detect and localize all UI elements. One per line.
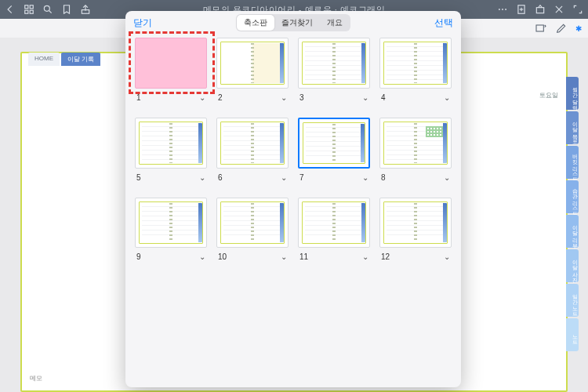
saturday-label: 토요일 bbox=[539, 91, 558, 100]
grid-icon[interactable] bbox=[24, 4, 34, 15]
planner-tab-home[interactable]: HOME bbox=[28, 53, 60, 66]
svg-point-8 bbox=[502, 9, 503, 10]
svg-rect-16 bbox=[536, 25, 543, 31]
chevron-down-icon[interactable]: ⌄ bbox=[362, 252, 368, 261]
page-thumbnail-11[interactable] bbox=[298, 198, 370, 249]
chevron-down-icon[interactable]: ⌄ bbox=[281, 252, 287, 261]
memo-label: 메모 bbox=[30, 374, 42, 383]
thumbnail-cell: 10⌄ bbox=[216, 198, 289, 273]
chevron-down-icon[interactable]: ⌄ bbox=[444, 173, 450, 182]
planner-side-tabs: 월간 달력 이달 목표 버킷 리스트 습관 리스트 이달 리뷰 이달 사진 일간… bbox=[566, 77, 579, 351]
svg-rect-13 bbox=[536, 8, 543, 13]
page-number: 10 bbox=[218, 252, 227, 261]
chevron-down-icon[interactable]: ⌄ bbox=[281, 93, 287, 102]
page-number: 7 bbox=[299, 173, 304, 182]
view-segmented-control: 축소판 즐겨찾기 개요 bbox=[236, 14, 350, 31]
new-page-icon[interactable] bbox=[516, 4, 527, 15]
side-tab-3[interactable]: 습관 리스트 bbox=[566, 180, 579, 213]
thumbnail-cell: 4⌄ bbox=[379, 38, 452, 113]
thumbnail-cell: 2⌄ bbox=[216, 38, 289, 113]
svg-rect-2 bbox=[25, 10, 28, 13]
thumbnail-cell: 11⌄ bbox=[298, 198, 370, 273]
page-thumbnail-10[interactable] bbox=[216, 198, 289, 249]
close-button[interactable]: 닫기 bbox=[133, 16, 152, 30]
side-tab-1[interactable]: 이달 목표 bbox=[566, 111, 579, 144]
chevron-down-icon[interactable]: ⌄ bbox=[199, 252, 205, 261]
page-number: 2 bbox=[218, 93, 223, 102]
side-tab-7[interactable]: 노트 bbox=[566, 318, 579, 351]
segment-favorites[interactable]: 즐겨찾기 bbox=[274, 15, 320, 31]
page-number: 11 bbox=[299, 252, 308, 261]
segment-outline[interactable]: 개요 bbox=[320, 15, 350, 31]
page-number: 3 bbox=[299, 93, 304, 102]
page-thumbnail-2[interactable] bbox=[216, 38, 289, 89]
svg-rect-1 bbox=[30, 5, 33, 9]
side-tab-4[interactable]: 이달 리뷰 bbox=[566, 215, 579, 248]
thumbnail-grid: 1⌄ 2⌄ 3⌄ 4⌄ bbox=[135, 38, 452, 272]
side-tab-6[interactable]: 일간 노트 bbox=[566, 284, 579, 317]
bookmark-icon[interactable] bbox=[61, 4, 72, 15]
planner-tab-month[interactable]: 이달 기록 bbox=[61, 53, 100, 66]
svg-rect-0 bbox=[25, 5, 28, 9]
panel-header: 닫기 축소판 즐겨찾기 개요 선택 bbox=[125, 11, 461, 34]
thumbnail-cell: 6⌄ bbox=[216, 118, 289, 193]
chevron-down-icon[interactable]: ⌄ bbox=[444, 252, 450, 261]
back-icon[interactable] bbox=[5, 4, 16, 15]
page-thumbnail-12[interactable] bbox=[379, 198, 452, 249]
thumbnails-panel: 닫기 축소판 즐겨찾기 개요 선택 1⌄ 2⌄ bbox=[125, 11, 461, 387]
page-thumbnail-8[interactable] bbox=[379, 118, 452, 169]
page-thumbnail-3[interactable] bbox=[298, 38, 370, 89]
thumbnail-cell: 1⌄ bbox=[135, 38, 207, 113]
share-icon[interactable] bbox=[80, 4, 91, 15]
svg-point-7 bbox=[499, 9, 500, 10]
page-number: 5 bbox=[136, 173, 141, 182]
page-thumbnail-1[interactable] bbox=[135, 38, 207, 89]
side-tab-2[interactable]: 버킷 리스트 bbox=[566, 146, 579, 179]
expand-icon[interactable] bbox=[572, 4, 583, 15]
page-number: 12 bbox=[381, 252, 390, 261]
thumbnail-cell: 7⌄ bbox=[298, 118, 370, 193]
page-thumbnail-7[interactable] bbox=[298, 118, 370, 169]
chevron-down-icon[interactable]: ⌄ bbox=[199, 173, 205, 182]
chevron-down-icon[interactable]: ⌄ bbox=[362, 173, 368, 182]
chevron-down-icon[interactable]: ⌄ bbox=[444, 93, 450, 102]
pen-icon[interactable] bbox=[555, 22, 568, 34]
export-icon[interactable] bbox=[535, 4, 546, 15]
thumbnail-cell: 5⌄ bbox=[135, 118, 207, 193]
thumbnail-cell: 12⌄ bbox=[379, 198, 452, 273]
thumbnail-cell: 9⌄ bbox=[135, 198, 207, 273]
planner-top-tabs: HOME 이달 기록 bbox=[28, 53, 100, 66]
chevron-down-icon[interactable]: ⌄ bbox=[281, 173, 287, 182]
rename-icon[interactable] bbox=[535, 22, 547, 34]
search-icon[interactable] bbox=[42, 4, 53, 15]
chevron-down-icon[interactable]: ⌄ bbox=[362, 93, 368, 102]
segment-thumbnails[interactable]: 축소판 bbox=[237, 15, 274, 31]
thumbnail-cell: 8⌄ bbox=[379, 118, 452, 193]
page-number: 8 bbox=[381, 173, 386, 182]
select-button[interactable]: 선택 bbox=[434, 16, 453, 30]
bluetooth-indicator: ✱ bbox=[575, 24, 582, 33]
svg-rect-3 bbox=[30, 10, 33, 13]
page-number: 4 bbox=[381, 93, 386, 102]
thumbnail-cell: 3⌄ bbox=[298, 38, 370, 113]
page-thumbnail-6[interactable] bbox=[216, 118, 289, 169]
more-icon[interactable] bbox=[497, 4, 508, 15]
svg-line-5 bbox=[49, 11, 52, 13]
side-tab-5[interactable]: 이달 사진 bbox=[566, 249, 579, 282]
page-number: 1 bbox=[136, 93, 141, 102]
svg-point-4 bbox=[44, 5, 49, 11]
page-number: 9 bbox=[136, 252, 141, 261]
side-tab-0[interactable]: 월간 달력 bbox=[566, 77, 579, 110]
chevron-down-icon[interactable]: ⌄ bbox=[199, 93, 205, 102]
page-number: 6 bbox=[218, 173, 223, 182]
page-thumbnail-5[interactable] bbox=[135, 118, 207, 169]
page-thumbnail-4[interactable] bbox=[379, 38, 452, 89]
svg-point-9 bbox=[505, 9, 506, 10]
close-icon[interactable] bbox=[554, 4, 564, 15]
page-thumbnail-9[interactable] bbox=[135, 198, 207, 249]
panel-body: 1⌄ 2⌄ 3⌄ 4⌄ bbox=[125, 34, 461, 387]
